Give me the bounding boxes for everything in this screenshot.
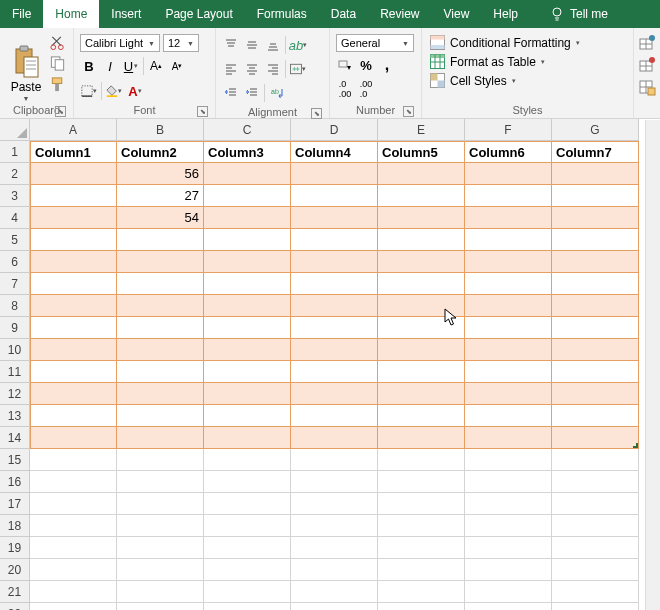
cell-D12[interactable] (291, 383, 378, 405)
cell-D14[interactable] (291, 427, 378, 449)
cell-A2[interactable] (30, 163, 117, 185)
cell-B18[interactable] (117, 515, 204, 537)
cell-A13[interactable] (30, 405, 117, 427)
col-header-A[interactable]: A (30, 119, 117, 141)
vertical-scrollbar[interactable] (645, 120, 660, 610)
tab-home[interactable]: Home (43, 0, 99, 28)
cell-E4[interactable] (378, 207, 465, 229)
cell-D19[interactable] (291, 537, 378, 559)
row-header-12[interactable]: 12 (0, 383, 30, 405)
cell-E18[interactable] (378, 515, 465, 537)
row-header-8[interactable]: 8 (0, 295, 30, 317)
cell-E7[interactable] (378, 273, 465, 295)
row-header-21[interactable]: 21 (0, 581, 30, 603)
row-header-18[interactable]: 18 (0, 515, 30, 537)
cell-G9[interactable] (552, 317, 639, 339)
cell-B4[interactable]: 54 (117, 207, 204, 229)
row-header-16[interactable]: 16 (0, 471, 30, 493)
cell-C7[interactable] (204, 273, 291, 295)
cell-D15[interactable] (291, 449, 378, 471)
cell-B9[interactable] (117, 317, 204, 339)
cell-F15[interactable] (465, 449, 552, 471)
cell-E8[interactable] (378, 295, 465, 317)
cell-F4[interactable] (465, 207, 552, 229)
underline-button[interactable]: U▾ (122, 55, 140, 77)
number-launcher[interactable]: ⬊ (403, 106, 414, 117)
row-header-7[interactable]: 7 (0, 273, 30, 295)
cell-C19[interactable] (204, 537, 291, 559)
cell-E3[interactable] (378, 185, 465, 207)
italic-button[interactable]: I (101, 55, 119, 77)
cell-A5[interactable] (30, 229, 117, 251)
cell-D5[interactable] (291, 229, 378, 251)
cell-D10[interactable] (291, 339, 378, 361)
increase-indent-button[interactable] (243, 82, 261, 104)
col-header-D[interactable]: D (291, 119, 378, 141)
cell-B14[interactable] (117, 427, 204, 449)
alignment-launcher[interactable]: ⬊ (311, 108, 322, 119)
font-name-combo[interactable]: Calibri Light▼ (80, 34, 160, 52)
cell-G21[interactable] (552, 581, 639, 603)
row-header-17[interactable]: 17 (0, 493, 30, 515)
format-as-table-button[interactable]: Format as Table▾ (428, 53, 627, 70)
cell-B12[interactable] (117, 383, 204, 405)
cell-G1[interactable]: Column7 (552, 141, 639, 163)
cell-F21[interactable] (465, 581, 552, 603)
paste-button[interactable]: Paste ▼ (6, 30, 46, 102)
decrease-indent-button[interactable] (222, 82, 240, 104)
cell-F22[interactable] (465, 603, 552, 610)
font-size-combo[interactable]: 12▼ (163, 34, 199, 52)
cell-D1[interactable]: Column4 (291, 141, 378, 163)
cell-G6[interactable] (552, 251, 639, 273)
cell-B2[interactable]: 56 (117, 163, 204, 185)
cell-A4[interactable] (30, 207, 117, 229)
cell-G10[interactable] (552, 339, 639, 361)
col-header-B[interactable]: B (117, 119, 204, 141)
cell-A20[interactable] (30, 559, 117, 581)
borders-button[interactable]: ▾ (80, 80, 98, 102)
cell-F13[interactable] (465, 405, 552, 427)
percent-button[interactable]: % (357, 54, 375, 76)
tell-me[interactable]: Tell me (538, 0, 620, 28)
cell-G3[interactable] (552, 185, 639, 207)
col-header-G[interactable]: G (552, 119, 639, 141)
cell-C14[interactable] (204, 427, 291, 449)
cell-B7[interactable] (117, 273, 204, 295)
cell-F1[interactable]: Column6 (465, 141, 552, 163)
cell-F12[interactable] (465, 383, 552, 405)
delete-cells-icon[interactable] (638, 56, 656, 74)
align-center-button[interactable] (243, 58, 261, 80)
cell-G5[interactable] (552, 229, 639, 251)
cell-C6[interactable] (204, 251, 291, 273)
cell-D8[interactable] (291, 295, 378, 317)
cell-F2[interactable] (465, 163, 552, 185)
font-color-button[interactable]: A▾ (126, 80, 144, 102)
cell-A7[interactable] (30, 273, 117, 295)
number-format-combo[interactable]: General▼ (336, 34, 414, 52)
row-header-1[interactable]: 1 (0, 141, 30, 163)
row-header-9[interactable]: 9 (0, 317, 30, 339)
cell-F16[interactable] (465, 471, 552, 493)
row-header-3[interactable]: 3 (0, 185, 30, 207)
cell-D21[interactable] (291, 581, 378, 603)
cell-B17[interactable] (117, 493, 204, 515)
cell-G7[interactable] (552, 273, 639, 295)
cell-C17[interactable] (204, 493, 291, 515)
cell-C10[interactable] (204, 339, 291, 361)
cell-F14[interactable] (465, 427, 552, 449)
wrap-text-button[interactable]: ab (268, 82, 286, 104)
cell-G11[interactable] (552, 361, 639, 383)
cell-A15[interactable] (30, 449, 117, 471)
cell-G14[interactable] (552, 427, 639, 449)
cell-A9[interactable] (30, 317, 117, 339)
cell-A11[interactable] (30, 361, 117, 383)
cell-F20[interactable] (465, 559, 552, 581)
comma-button[interactable]: , (378, 54, 396, 76)
cell-C21[interactable] (204, 581, 291, 603)
bold-button[interactable]: B (80, 55, 98, 77)
cell-A22[interactable] (30, 603, 117, 610)
cell-E10[interactable] (378, 339, 465, 361)
cell-B3[interactable]: 27 (117, 185, 204, 207)
cell-F5[interactable] (465, 229, 552, 251)
cell-D4[interactable] (291, 207, 378, 229)
